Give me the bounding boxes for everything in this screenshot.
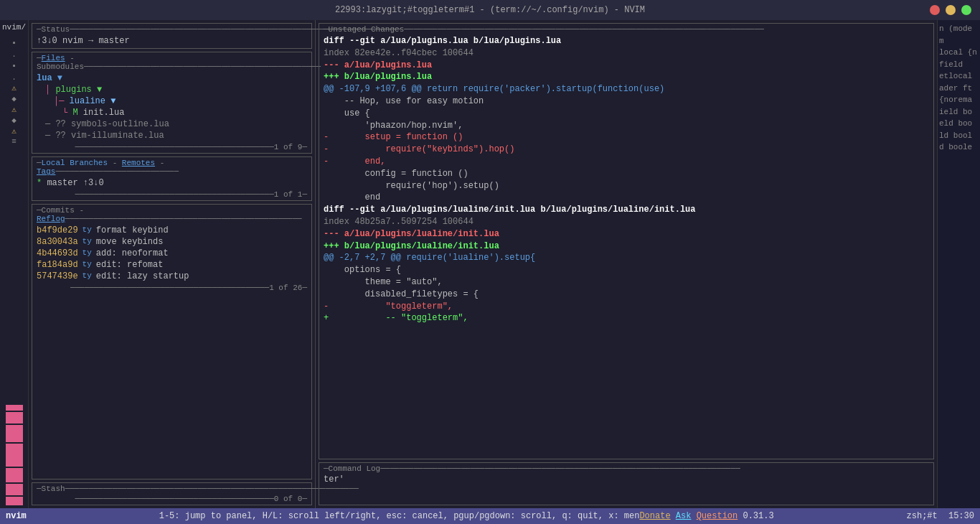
bottom-nvim-label: nvim — [6, 511, 27, 521]
remotes-link[interactable]: Remotes — [122, 159, 155, 167]
question-link[interactable]: Question — [697, 511, 738, 521]
diff-line-3: --- a/lua/plugins.lua — [324, 60, 929, 72]
commit-row-3[interactable]: 4b44693d ty add: neoformat — [37, 248, 307, 259]
sidebar-left: nvim/ ▪ . ▪ . ⚠ ◆ ⚠ ◆ ⚠ ≡ — [0, 20, 29, 508]
reflog-link[interactable]: Reflog — [37, 215, 65, 223]
sidebar-warning-1: ⚠ — [11, 83, 17, 93]
sidebar-warning-2: ⚠ — [11, 105, 17, 114]
help-text: 1-5: jump to panel, H/L: scroll left/rig… — [159, 511, 640, 521]
branches-panel-footer: ────────────────────────────────────────… — [37, 189, 307, 199]
sidebar-bar-2 — [6, 412, 23, 424]
far-right-line-10: ld bool — [939, 130, 979, 142]
diff-line-7: use { — [324, 108, 929, 120]
stash-panel-footer: ────────────────────────────────────────… — [37, 493, 307, 503]
commit-msg-5: edit: lazy startup — [96, 271, 189, 281]
files-count: 1 of 9 — [274, 143, 303, 151]
ask-link[interactable]: Ask — [676, 511, 692, 521]
file-tree-item-plugins[interactable]: │ plugins ▼ — [37, 84, 307, 95]
unstaged-panel[interactable]: ─Unstaged Changes───────────────────────… — [319, 23, 934, 459]
branch-name-master: master — [47, 178, 83, 188]
unstaged-panel-header: ─Unstaged Changes───────────────────────… — [324, 25, 929, 34]
branches-panel: ─Local Branches - Remotes - Tags────────… — [32, 156, 312, 201]
sidebar-icon-3: ▪ — [11, 62, 17, 70]
branches-count: 1 of 1 — [274, 190, 303, 199]
bottombar: nvim 1-5: jump to panel, H/L: scroll lef… — [0, 508, 980, 524]
diff-line-1: diff --git a/lua/plugins.lua b/lua/plugi… — [324, 35, 929, 47]
commit-msg-4: edit: refomat — [96, 260, 164, 270]
bottom-right-area: zsh;#t 15:30 — [907, 511, 974, 521]
modified-icon-lualine: │─ — [54, 96, 64, 106]
command-panel-header: ─Command Log────────────────────────────… — [324, 464, 929, 473]
close-button[interactable] — [930, 5, 940, 15]
diff-line-21: theme = "auto", — [324, 276, 929, 289]
commit-msg-1: format keybind — [96, 225, 169, 235]
far-right-line-7: {norema — [939, 94, 979, 106]
commit-tag-4: ty — [83, 260, 92, 270]
commit-row-2[interactable]: 8a30043a ty move keybinds — [37, 236, 307, 248]
bottom-help-text: 1-5: jump to panel, H/L: scroll left/rig… — [159, 511, 774, 521]
panel-right: ─Unstaged Changes───────────────────────… — [316, 20, 937, 508]
commit-tag-2: ty — [83, 237, 92, 247]
commit-hash-1: b4f9de29 — [37, 225, 78, 235]
far-right-line-2: m — [939, 35, 979, 47]
commit-row-1[interactable]: b4f9de29 ty format keybind — [37, 225, 307, 236]
sidebar-icon-5: ◆ — [11, 94, 17, 103]
branches-title[interactable]: Local Branches — [42, 159, 108, 167]
version-text: 0.31.3 — [743, 511, 773, 521]
commit-hash-2: 8a30043a — [37, 237, 78, 247]
diff-line-12: config = function () — [324, 168, 929, 180]
file-tree-item-lua[interactable]: lua ▼ — [37, 72, 307, 84]
far-right-line-5: etlocal — [939, 70, 979, 83]
diff-line-24: + -- "toggleterm", — [324, 312, 929, 324]
submodules-label: Submodules — [37, 62, 84, 71]
file-tree-item-illuminate[interactable]: ─ ?? vim-illuminate.lua — [37, 130, 307, 141]
file-tree-item-init[interactable]: └ M init.lua — [37, 107, 307, 118]
diff-line-4: +++ b/lua/plugins.lua — [324, 71, 929, 83]
sidebar-icon-6: ◆ — [11, 116, 17, 125]
diff-line-17: --- a/lua/plugins/lualine/init.lua — [324, 228, 929, 240]
sidebar-icon-7: ≡ — [11, 137, 17, 146]
far-right-line-3: local {n — [939, 47, 979, 59]
status-panel-header: ─Status─────────────────────────────────… — [37, 25, 307, 34]
files-panel-header: ─Files - Submodules─────────────────────… — [37, 54, 307, 71]
stash-title: Stash — [42, 485, 65, 493]
diff-line-9: - setup = function () — [324, 131, 929, 144]
maximize-button[interactable] — [961, 5, 971, 15]
branch-ahead-behind: ↑3↓0 — [83, 178, 104, 188]
folder-lualine: lualine ▼ — [70, 96, 116, 106]
diff-content: diff --git a/lua/plugins.lua b/lua/plugi… — [324, 35, 929, 324]
far-right-line-1: n (mode — [939, 23, 979, 35]
stash-count: 0 of 0 — [274, 495, 303, 503]
command-title: Command Log — [329, 464, 381, 473]
file-tree-item-lualine[interactable]: │─ lualine ▼ — [37, 95, 307, 107]
zsh-label: zsh;#t — [907, 511, 938, 521]
diff-line-22: disabled_filetypes = { — [324, 289, 929, 301]
nvim-indicator: nvim — [6, 511, 27, 521]
file-tree-item-symbols[interactable]: ─ ?? symbols-outline.lua — [37, 118, 307, 130]
donate-link[interactable]: Donate — [639, 511, 670, 521]
files-title[interactable]: Files — [42, 54, 65, 62]
titlebar: 22993:lazygit;#toggleterm#1 - (term://~/… — [0, 0, 980, 20]
command-content: ter' — [324, 474, 929, 485]
diff-line-8: 'phaazon/hop.nvim', — [324, 120, 929, 132]
file-untracked-2: ─ ?? vim-illuminate.lua — [45, 131, 164, 141]
stash-panel-header: ─Stash──────────────────────────────────… — [37, 485, 307, 493]
tags-link[interactable]: Tags — [37, 167, 55, 176]
stash-panel: ─Stash──────────────────────────────────… — [32, 482, 312, 505]
commit-row-4[interactable]: fa184a9d ty edit: refomat — [37, 259, 307, 271]
diff-line-14: end — [324, 192, 929, 204]
diff-line-6: -- Hop, use for easy motion — [324, 95, 929, 108]
sidebar-bar-1 — [6, 405, 23, 411]
commits-count: 1 of 26 — [269, 284, 302, 292]
commit-msg-3: add: neoformat — [96, 248, 169, 258]
unstaged-title: Unstaged Changes — [329, 25, 405, 34]
commit-row-5[interactable]: 5747439e ty edit: lazy startup — [37, 271, 307, 282]
minimize-button[interactable] — [946, 5, 956, 15]
branch-master[interactable]: * master ↑3↓0 — [37, 177, 307, 189]
sidebar-label: nvim/ — [2, 23, 26, 32]
sidebar-bar-6 — [6, 484, 23, 495]
files-panel-footer: ────────────────────────────────────────… — [37, 141, 307, 151]
commits-panel-header: ─Commits - Reflog───────────────────────… — [37, 206, 307, 223]
commit-hash-3: 4b44693d — [37, 248, 78, 258]
far-right-line-8: ield bo — [939, 106, 979, 118]
